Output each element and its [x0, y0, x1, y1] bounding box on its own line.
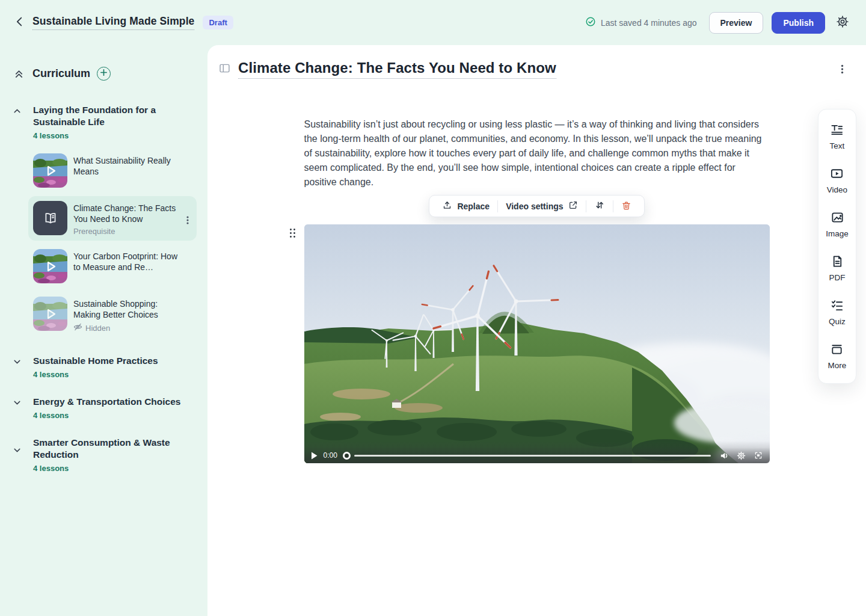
back-button[interactable] [12, 14, 28, 31]
panel-toggle-icon[interactable] [218, 62, 231, 77]
video-settings-button[interactable]: Video settings [498, 200, 585, 212]
lesson-item-what-sustainability[interactable]: What Sustainability Really Means [28, 149, 197, 192]
topbar: Sustainable Living Made Simple Draft Las… [0, 0, 866, 45]
lesson-intro-paragraph[interactable]: Sustainability isn’t just about recyclin… [304, 117, 770, 189]
chevron-down-icon[interactable] [12, 396, 33, 420]
lesson-page-title[interactable]: Climate Change: The Facts You Need to Kn… [238, 60, 556, 79]
video-thumbnail [33, 297, 67, 331]
play-overlay-icon [33, 153, 67, 188]
curriculum-header: Curriculum [12, 66, 197, 81]
eye-off-icon [73, 322, 82, 333]
image-block-icon [831, 211, 844, 226]
lesson-body: Sustainability isn’t just about recyclin… [304, 117, 770, 463]
lesson-count: 4 lessons [33, 411, 180, 420]
check-circle-icon [585, 16, 596, 29]
section-title: Energy & Transportation Choices [33, 396, 180, 408]
reorder-block-button[interactable] [586, 200, 613, 212]
lesson-count: 4 lessons [33, 131, 186, 140]
video-thumbnail [33, 153, 67, 188]
play-overlay-icon [33, 249, 67, 283]
plus-icon [100, 69, 108, 78]
lesson-count: 4 lessons [33, 370, 158, 379]
lesson-item-carbon-footprint[interactable]: Your Carbon Footprint: How to Measure an… [28, 244, 197, 288]
chevron-down-icon[interactable] [12, 437, 33, 473]
section-title: Sustainable Home Practices [33, 355, 158, 367]
block-palette: Text Video Image PDF Quiz [818, 109, 856, 384]
lesson-title: What Sustainability Really Means [73, 155, 182, 177]
quiz-block-icon [830, 298, 844, 314]
lesson-kebab-menu[interactable] [183, 215, 192, 227]
preview-button[interactable]: Preview [709, 12, 764, 34]
add-section-button[interactable] [97, 67, 111, 81]
lesson-list: What Sustainability Really Means [28, 149, 197, 338]
lesson-item-climate-change[interactable]: Climate Change: The Facts You Need to Kn… [28, 196, 197, 241]
lesson-item-sustainable-shopping[interactable]: Sustainable Shopping: Making Better Choi… [28, 292, 197, 338]
delete-block-button[interactable] [613, 200, 639, 212]
upload-icon [442, 200, 452, 212]
last-saved-text: Last saved 4 minutes ago [601, 18, 697, 28]
section-header[interactable]: Smarter Consumption & Waste Reduction 4 … [12, 437, 197, 473]
section-title: Laying the Foundation for a Sustainable … [33, 104, 186, 128]
section-title: Smarter Consumption & Waste Reduction [33, 437, 186, 461]
collapse-all-button[interactable] [12, 66, 26, 81]
add-more-block-button[interactable]: More [828, 342, 847, 370]
section-list: Laying the Foundation for a Sustainable … [12, 104, 197, 473]
chevron-up-icon[interactable] [12, 104, 33, 140]
section-energy-transportation: Energy & Transportation Choices 4 lesson… [12, 396, 197, 420]
play-button[interactable] [311, 452, 318, 460]
chevron-down-icon[interactable] [12, 355, 33, 379]
fullscreen-button[interactable] [754, 451, 763, 460]
replace-button[interactable]: Replace [434, 200, 497, 212]
lesson-count: 4 lessons [33, 464, 186, 473]
video-block-icon [830, 167, 844, 182]
volume-button[interactable] [719, 451, 729, 460]
back-chevron-icon [13, 15, 26, 30]
add-pdf-block-button[interactable]: PDF [829, 254, 846, 282]
add-text-block-button[interactable]: Text [830, 123, 845, 150]
video-block-toolbar: Replace Video settings [429, 195, 644, 217]
add-image-block-button[interactable]: Image [826, 211, 849, 238]
lesson-header: Climate Change: The Facts You Need to Kn… [207, 45, 866, 79]
open-book-icon [43, 211, 58, 226]
reading-thumbnail [33, 201, 67, 235]
section-foundation: Laying the Foundation for a Sustainable … [12, 104, 197, 338]
section-header[interactable]: Energy & Transportation Choices 4 lesson… [12, 396, 197, 420]
status-badge: Draft [203, 16, 233, 29]
section-home-practices: Sustainable Home Practices 4 lessons [12, 355, 197, 379]
player-settings-button[interactable] [737, 451, 746, 460]
course-editor: Sustainable Living Made Simple Draft Las… [0, 0, 866, 616]
lesson-hidden-badge: Hidden [73, 322, 182, 333]
more-block-icon [830, 342, 844, 358]
section-smarter-consumption: Smarter Consumption & Waste Reduction 4 … [12, 437, 197, 473]
video-timestamp: 0:00 [324, 451, 337, 460]
lesson-badge: Prerequisite [73, 227, 177, 236]
add-video-block-button[interactable]: Video [827, 167, 847, 194]
text-block-icon [830, 123, 844, 138]
settings-button[interactable] [835, 14, 850, 31]
video-player[interactable]: 0:00 [304, 224, 770, 463]
curriculum-sidebar: Curriculum Laying the Foundation for a S… [0, 45, 207, 616]
lesson-title: Sustainable Shopping: Making Better Choi… [73, 298, 182, 320]
external-link-icon [568, 200, 578, 212]
section-header[interactable]: Laying the Foundation for a Sustainable … [12, 104, 197, 140]
gear-icon [836, 15, 849, 30]
section-header[interactable]: Sustainable Home Practices 4 lessons [12, 355, 197, 379]
drag-handle-icon[interactable] [289, 228, 296, 241]
course-title[interactable]: Sustainable Living Made Simple [32, 15, 194, 30]
collapse-all-icon [13, 67, 25, 80]
publish-button[interactable]: Publish [772, 12, 825, 34]
video-controls: 0:00 [304, 448, 770, 463]
lesson-kebab-menu[interactable] [837, 63, 848, 76]
lesson-title: Your Carbon Footprint: How to Measure an… [73, 251, 182, 273]
reorder-arrows-icon [594, 200, 605, 212]
curriculum-title: Curriculum [32, 67, 90, 80]
video-thumbnail [33, 249, 67, 283]
wind-farm-video-still [304, 224, 770, 463]
scrubber-handle[interactable] [343, 452, 351, 460]
lesson-title: Climate Change: The Facts You Need to Kn… [73, 203, 177, 224]
pdf-block-icon [831, 254, 844, 270]
add-quiz-block-button[interactable]: Quiz [829, 298, 846, 326]
trash-icon [621, 200, 631, 212]
progress-bar[interactable] [354, 455, 711, 457]
play-overlay-icon [33, 297, 67, 331]
